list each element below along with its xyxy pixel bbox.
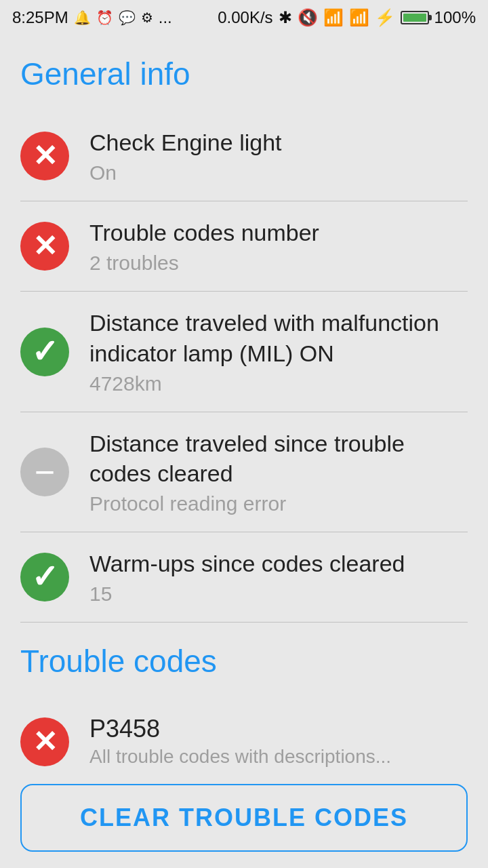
trouble-p3458-text: P3458 All trouble codes with description… bbox=[89, 715, 468, 768]
general-info-section: General info ✕ Check Engine light On ✕ T… bbox=[0, 35, 488, 623]
check-engine-label: Check Engine light bbox=[89, 127, 468, 157]
cleared-distance-value: Protocol reading error bbox=[89, 492, 468, 515]
warmups-text: Warm-ups since codes cleared 15 bbox=[89, 549, 468, 606]
trouble-p3458-icon: ✕ bbox=[20, 717, 69, 766]
trouble-count-icon: ✕ bbox=[20, 222, 69, 271]
battery-icon bbox=[401, 11, 429, 24]
status-bar: 8:25PM 🔔 ⏰ 💬 ⚙ ... 0.00K/s ✱ 🔇 📶 📶 ⚡ 100… bbox=[0, 0, 488, 35]
time: 8:25PM bbox=[12, 8, 68, 27]
content-scroll: General info ✕ Check Engine light On ✕ T… bbox=[0, 35, 488, 868]
bottom-bar: CLEAR TROUBLE CODES bbox=[0, 772, 488, 868]
notif-icon: 🔔 bbox=[74, 9, 91, 26]
info-item-warmups[interactable]: ✓ Warm-ups since codes cleared 15 bbox=[20, 532, 468, 623]
status-right: 0.00K/s ✱ 🔇 📶 📶 ⚡ 100% bbox=[218, 8, 476, 27]
cleared-distance-label: Distance traveled since trouble codes cl… bbox=[89, 429, 468, 488]
dots: ... bbox=[159, 8, 172, 27]
x-icon: ✕ bbox=[33, 141, 58, 171]
signal-icon: 📶 bbox=[349, 8, 369, 27]
battery-fill bbox=[403, 14, 426, 22]
mil-distance-value: 4728km bbox=[89, 372, 468, 395]
warmups-label: Warm-ups since codes cleared bbox=[89, 549, 468, 578]
alarm-icon: ⏰ bbox=[96, 9, 113, 26]
info-item-trouble-count[interactable]: ✕ Trouble codes number 2 troubles bbox=[20, 201, 468, 292]
check-engine-icon: ✕ bbox=[20, 132, 69, 180]
x-icon-3: ✕ bbox=[33, 727, 58, 757]
status-left: 8:25PM 🔔 ⏰ 💬 ⚙ ... bbox=[12, 8, 172, 27]
trouble-desc-p3458: All trouble codes with descriptions... bbox=[89, 746, 468, 768]
trouble-count-value: 2 troubles bbox=[89, 252, 468, 275]
trouble-count-text: Trouble codes number 2 troubles bbox=[89, 218, 468, 275]
info-item-check-engine[interactable]: ✕ Check Engine light On bbox=[20, 111, 468, 201]
check-icon: ✓ bbox=[31, 336, 58, 368]
charge-icon: ⚡ bbox=[375, 8, 395, 27]
trouble-codes-title: Trouble codes bbox=[20, 643, 468, 679]
network-speed: 0.00K/s bbox=[218, 8, 272, 27]
mil-distance-text: Distance traveled with malfunction indic… bbox=[89, 308, 468, 395]
cleared-distance-icon: − bbox=[20, 448, 69, 496]
trouble-item-p3458[interactable]: ✕ P3458 All trouble codes with descripti… bbox=[20, 698, 468, 776]
info-list: ✕ Check Engine light On ✕ Trouble codes … bbox=[20, 111, 468, 623]
mil-distance-label: Distance traveled with malfunction indic… bbox=[89, 308, 468, 368]
trouble-code-p3458: P3458 bbox=[89, 715, 468, 743]
clear-trouble-codes-button[interactable]: CLEAR TROUBLE CODES bbox=[20, 784, 468, 852]
bluetooth-icon: ✱ bbox=[279, 8, 292, 27]
x-icon-2: ✕ bbox=[33, 231, 58, 261]
info-item-cleared-distance[interactable]: − Distance traveled since trouble codes … bbox=[20, 412, 468, 532]
msg-icon: 💬 bbox=[119, 9, 136, 26]
wifi-icon: 📶 bbox=[323, 8, 344, 27]
minus-icon: − bbox=[35, 454, 55, 490]
warmups-icon: ✓ bbox=[20, 553, 69, 601]
warmups-value: 15 bbox=[89, 583, 468, 606]
misc-icon: ⚙ bbox=[141, 9, 153, 26]
info-item-mil-distance[interactable]: ✓ Distance traveled with malfunction ind… bbox=[20, 292, 468, 412]
check-engine-value: On bbox=[89, 161, 468, 184]
check-icon-2: ✓ bbox=[31, 561, 58, 593]
cleared-distance-text: Distance traveled since trouble codes cl… bbox=[89, 429, 468, 515]
general-info-title: General info bbox=[20, 56, 468, 92]
check-engine-text: Check Engine light On bbox=[89, 127, 468, 184]
trouble-codes-section: Trouble codes ✕ P3458 All trouble codes … bbox=[0, 623, 488, 776]
mil-distance-icon: ✓ bbox=[20, 328, 69, 376]
trouble-count-label: Trouble codes number bbox=[89, 218, 468, 248]
volume-icon: 🔇 bbox=[298, 8, 318, 27]
battery-percent: 100% bbox=[434, 8, 476, 27]
